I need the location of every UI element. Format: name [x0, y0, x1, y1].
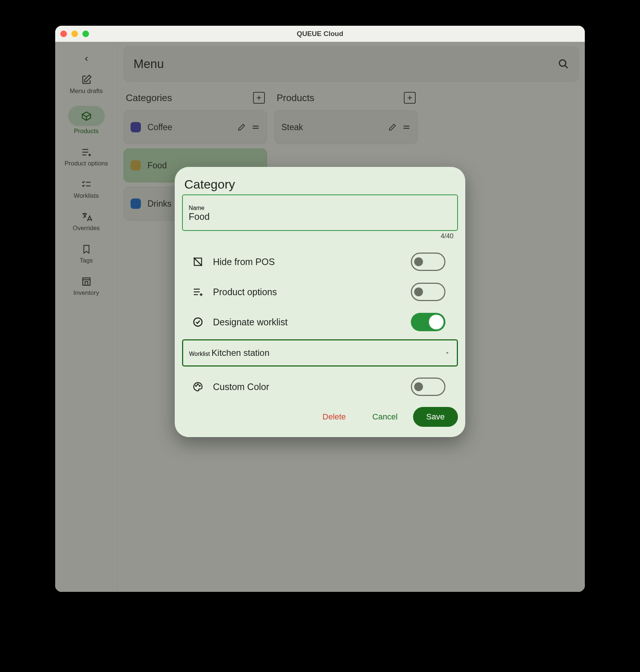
name-counter: 4/40 — [182, 232, 458, 240]
chevron-down-icon — [444, 350, 450, 356]
name-field[interactable]: Name — [182, 194, 458, 231]
option-label: Product options — [213, 287, 402, 297]
cancel-button[interactable]: Cancel — [361, 407, 408, 427]
name-field-label: Name — [189, 205, 205, 211]
option-label: Custom Color — [213, 382, 402, 392]
option-custom-color: Custom Color — [182, 372, 458, 402]
product-options-toggle[interactable] — [411, 283, 445, 301]
app-window: QUEUE Cloud Menu drafts Products — [55, 26, 585, 592]
option-hide-from-pos: Hide from POS — [182, 247, 458, 277]
maximize-window-button[interactable] — [82, 31, 89, 37]
minimize-window-button[interactable] — [71, 31, 78, 37]
option-label: Designate worklist — [213, 317, 402, 328]
designate-worklist-toggle[interactable] — [411, 313, 445, 331]
worklist-select-label: Worklist — [189, 351, 210, 357]
worklist-value: Kitchen station — [211, 348, 269, 358]
category-modal: Category Name 4/40 Hide from POS — [175, 167, 465, 437]
option-label: Hide from POS — [213, 257, 402, 267]
hide-icon — [192, 256, 204, 267]
list-plus-icon — [192, 286, 204, 297]
svg-point-2 — [194, 318, 202, 326]
app-body: Menu drafts Products Product options Wor… — [55, 42, 585, 592]
worklist-select[interactable]: Worklist Kitchen station — [182, 339, 458, 367]
modal-title: Category — [182, 177, 458, 192]
custom-color-toggle[interactable] — [411, 378, 445, 396]
titlebar: QUEUE Cloud — [55, 26, 585, 42]
check-circle-icon — [192, 317, 204, 328]
hide-pos-toggle[interactable] — [411, 253, 445, 271]
palette-icon — [192, 381, 204, 392]
option-designate-worklist: Designate worklist — [182, 307, 458, 337]
modal-overlay[interactable]: Category Name 4/40 Hide from POS — [55, 42, 585, 592]
svg-point-3 — [196, 385, 197, 386]
svg-point-4 — [198, 384, 199, 385]
modal-buttons: Delete Cancel Save — [175, 402, 465, 427]
window-title: QUEUE Cloud — [55, 30, 585, 38]
close-window-button[interactable] — [60, 31, 67, 37]
traffic-lights — [60, 31, 89, 37]
option-product-options: Product options — [182, 277, 458, 307]
delete-button[interactable]: Delete — [312, 407, 357, 427]
name-input[interactable] — [189, 211, 451, 222]
save-button[interactable]: Save — [413, 407, 458, 427]
svg-point-5 — [199, 385, 200, 386]
